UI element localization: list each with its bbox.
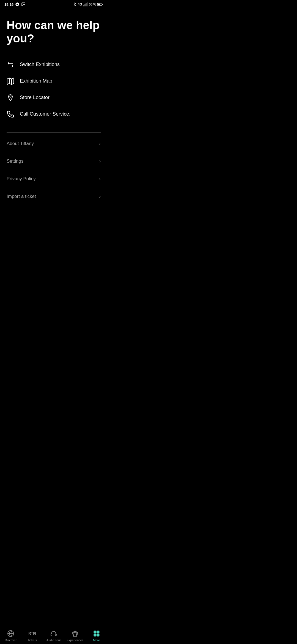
page-title: How can we help you? [7, 19, 101, 45]
signal-icon [83, 2, 88, 7]
network-indicator: 4G [78, 2, 82, 6]
content-wrapper: How can we help you? Switch Exhibitions [0, 8, 107, 250]
about-tiffany-label: About Tiffany [7, 141, 34, 146]
status-right: 4G 60 % [73, 2, 103, 7]
svg-rect-5 [87, 2, 87, 7]
svg-rect-8 [98, 4, 100, 5]
import-ticket-label: Import a ticket [7, 194, 36, 199]
exhibition-map-label: Exhibition Map [20, 78, 52, 84]
store-locator-label: Store Locator [20, 95, 50, 100]
about-tiffany-item[interactable]: About Tiffany › [7, 135, 101, 152]
phone-icon [7, 110, 14, 118]
svg-rect-3 [84, 4, 85, 7]
exhibition-map-item[interactable]: Exhibition Map [7, 73, 101, 89]
chevron-right-icon: › [99, 159, 101, 164]
status-bar: 15:16 4G 60 % [0, 0, 107, 8]
settings-label: Settings [7, 159, 23, 164]
secondary-menu-list: About Tiffany › Settings › Privacy Polic… [7, 135, 101, 205]
svg-point-1 [23, 4, 23, 4]
call-customer-service-item[interactable]: Call Customer Service: [7, 106, 101, 122]
battery-text: 60 % [89, 2, 96, 6]
privacy-policy-item[interactable]: Privacy Policy › [7, 170, 101, 188]
time: 15:16 [4, 2, 13, 7]
store-locator-item[interactable]: Store Locator [7, 89, 101, 106]
chevron-right-icon: › [99, 141, 101, 146]
chevron-right-icon: › [99, 194, 101, 199]
messenger-icon [15, 2, 20, 7]
status-left: 15:16 [4, 2, 26, 7]
main-menu-list: Switch Exhibitions Exhibition Map [7, 56, 101, 122]
svg-marker-9 [7, 78, 14, 84]
gallery-icon [21, 2, 26, 7]
call-customer-service-label: Call Customer Service: [20, 111, 70, 117]
main-content: How can we help you? Switch Exhibitions [0, 8, 107, 212]
chevron-right-icon: › [99, 176, 101, 181]
svg-point-12 [10, 96, 11, 97]
import-ticket-item[interactable]: Import a ticket › [7, 188, 101, 205]
svg-rect-2 [83, 5, 84, 6]
bluetooth-icon [73, 2, 77, 6]
battery-icon [97, 3, 103, 6]
svg-rect-4 [86, 3, 86, 6]
switch-exhibitions-label: Switch Exhibitions [20, 62, 60, 67]
settings-item[interactable]: Settings › [7, 152, 101, 170]
svg-rect-7 [102, 4, 103, 5]
privacy-policy-label: Privacy Policy [7, 176, 36, 182]
location-pin-icon [7, 94, 14, 102]
section-divider [7, 132, 101, 133]
switch-exhibitions-item[interactable]: Switch Exhibitions [7, 56, 101, 73]
switch-icon [7, 61, 14, 69]
map-icon [7, 77, 14, 85]
